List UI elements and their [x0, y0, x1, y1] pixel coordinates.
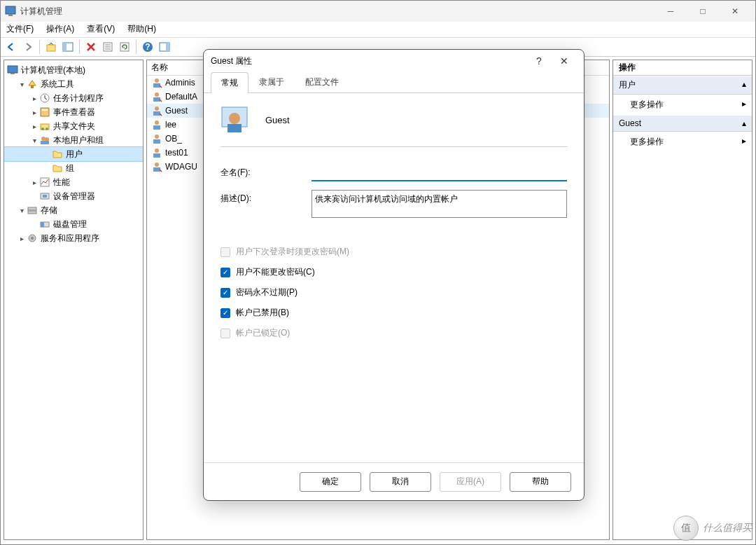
checkbox-password-never-expires[interactable]: ✓ 密码永不过期(P) — [220, 287, 567, 298]
tab-strip: 常规 隶属于 配置文件 — [204, 72, 584, 93]
description-input[interactable] — [312, 190, 567, 218]
back-button[interactable] — [4, 39, 19, 55]
checkbox-icon — [220, 247, 230, 257]
collapse-icon: ▴ — [742, 79, 746, 91]
tree-local-users-groups[interactable]: ▾本地用户和组 — [4, 133, 143, 147]
dialog-close-button[interactable]: ✕ — [552, 55, 577, 67]
tab-memberof[interactable]: 隶属于 — [248, 71, 295, 92]
up-button[interactable] — [43, 39, 59, 55]
expand-icon[interactable]: ▸ — [29, 179, 39, 186]
dialog-title: Guest 属性 — [211, 55, 526, 67]
collapse-icon[interactable]: ▾ — [29, 137, 39, 144]
svg-rect-38 — [153, 97, 160, 102]
svg-rect-28 — [43, 195, 47, 198]
tree-disk-management[interactable]: 磁盘管理 — [4, 217, 143, 231]
tree-event-viewer[interactable]: ▸事件查看器 — [4, 105, 143, 119]
expand-icon[interactable]: ▸ — [17, 235, 27, 242]
fullname-label: 全名(F): — [220, 164, 312, 179]
show-hide-tree-button[interactable] — [60, 39, 76, 55]
checkbox-account-disabled[interactable]: ✓ 帐户已禁用(B) — [220, 307, 567, 319]
delete-button[interactable] — [83, 39, 99, 55]
svg-rect-46 — [153, 153, 160, 158]
svg-point-50 — [229, 113, 240, 124]
tree-performance[interactable]: ▸性能 — [4, 175, 143, 189]
user-icon — [151, 133, 162, 144]
svg-rect-30 — [28, 211, 36, 214]
dialog-help-button[interactable]: ? — [526, 55, 552, 67]
svg-point-23 — [41, 137, 46, 141]
tree-shared-folders[interactable]: ▸共享文件夹 — [4, 119, 143, 133]
actions-more-guest[interactable]: 更多操作▸ — [613, 132, 752, 152]
expand-icon[interactable]: ▸ — [29, 123, 39, 130]
tree-device-manager[interactable]: 设备管理器 — [4, 189, 143, 203]
svg-rect-18 — [41, 108, 49, 116]
tree-task-scheduler[interactable]: ▸任务计划程序 — [4, 91, 143, 105]
svg-rect-25 — [41, 141, 49, 144]
svg-rect-15 — [10, 73, 15, 74]
maximize-button[interactable]: □ — [687, 1, 719, 22]
user-icon — [151, 119, 162, 130]
checkbox-must-change-password: 用户下次登录时须更改密码(M) — [220, 246, 567, 258]
titlebar: 计算机管理 ─ □ ✕ — [1, 1, 755, 22]
collapse-icon[interactable]: ▾ — [17, 81, 27, 88]
fullname-input[interactable] — [312, 164, 567, 181]
svg-point-21 — [41, 127, 44, 130]
chevron-right-icon: ▸ — [742, 136, 746, 148]
folder-icon — [52, 149, 63, 160]
actions-more-users[interactable]: 更多操作▸ — [613, 95, 752, 115]
tree-users[interactable]: 用户 — [4, 147, 143, 161]
svg-point-34 — [31, 237, 34, 240]
checkbox-cannot-change-password[interactable]: ✓ 用户不能更改密码(C) — [220, 266, 567, 278]
tree-services-apps[interactable]: ▸服务和应用程序 — [4, 231, 143, 245]
menu-action[interactable]: 操作(A) — [45, 22, 76, 36]
tree-storage[interactable]: ▾存储 — [4, 203, 143, 217]
svg-point-43 — [155, 134, 159, 139]
actions-section-guest[interactable]: Guest▴ — [613, 115, 752, 132]
forward-button[interactable] — [20, 39, 36, 55]
svg-rect-40 — [153, 111, 160, 116]
watermark-icon: 值 — [673, 516, 699, 541]
svg-rect-0 — [6, 6, 15, 14]
svg-point-35 — [155, 78, 159, 83]
tab-general[interactable]: 常规 — [211, 72, 248, 93]
svg-point-22 — [46, 127, 48, 130]
ok-button[interactable]: 确定 — [300, 472, 361, 492]
svg-rect-19 — [42, 109, 48, 111]
minimize-button[interactable]: ─ — [654, 1, 687, 22]
show-hide-action-pane-button[interactable] — [157, 39, 172, 55]
expand-icon[interactable]: ▸ — [29, 109, 39, 116]
properties-dialog: Guest 属性 ? ✕ 常规 隶属于 配置文件 Guest 全名(F): 描述… — [203, 49, 584, 501]
window-title: 计算机管理 — [20, 6, 654, 18]
svg-rect-2 — [47, 45, 55, 51]
tree-system-tools[interactable]: ▾系统工具 — [4, 77, 143, 91]
collapse-icon[interactable]: ▾ — [17, 207, 27, 214]
refresh-button[interactable] — [117, 39, 132, 55]
svg-rect-44 — [153, 139, 160, 144]
checkbox-icon: ✓ — [220, 308, 230, 318]
cancel-button[interactable]: 取消 — [370, 472, 431, 492]
svg-rect-48 — [153, 167, 160, 172]
tree-root[interactable]: 计算机管理(本地) — [4, 63, 143, 77]
user-large-icon — [220, 106, 248, 134]
properties-button[interactable] — [100, 39, 115, 55]
dialog-titlebar: Guest 属性 ? ✕ — [204, 50, 584, 72]
tree-pane: 计算机管理(本地) ▾系统工具 ▸任务计划程序 ▸事件查看器 ▸共享文件夹 ▾本… — [4, 60, 144, 540]
menu-file[interactable]: 文件(F) — [5, 22, 35, 36]
svg-rect-14 — [8, 66, 18, 73]
checkbox-account-locked: 帐户已锁定(O) — [220, 327, 567, 339]
help-button[interactable]: ? — [140, 39, 155, 55]
menu-view[interactable]: 查看(V) — [85, 22, 116, 36]
help-button[interactable]: 帮助 — [510, 472, 571, 492]
svg-rect-16 — [31, 85, 34, 88]
expand-icon[interactable]: ▸ — [29, 95, 39, 102]
tree-groups[interactable]: 组 — [4, 161, 143, 175]
svg-text:?: ? — [145, 42, 150, 52]
collapse-icon: ▴ — [742, 118, 746, 128]
tab-profile[interactable]: 配置文件 — [295, 71, 349, 92]
menu-help[interactable]: 帮助(H) — [126, 22, 158, 36]
watermark: 值 什么值得买 — [673, 516, 752, 541]
apply-button[interactable]: 应用(A) — [440, 472, 501, 492]
svg-rect-4 — [63, 43, 66, 51]
actions-section-users[interactable]: 用户▴ — [613, 76, 752, 95]
close-button[interactable]: ✕ — [719, 1, 751, 22]
